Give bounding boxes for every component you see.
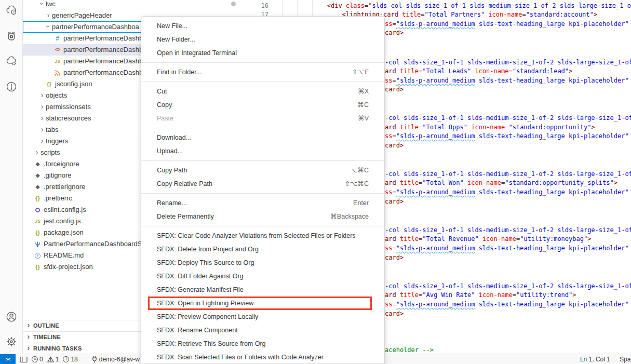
menu-item[interactable]: Copy⌘C [141,98,384,112]
menu-item[interactable]: Copy Relative Path⇧⌥⌘C [141,177,384,191]
code-line: card> [385,29,404,37]
org-button[interactable]: demo-6@av-w [91,356,140,363]
code-line: -col slds-size_1-of-1 slds-medium-size_1… [385,114,631,123]
cloud-question-icon[interactable]: ? [5,4,18,17]
menu-item[interactable]: SFDX: Preview Component Locally [141,310,384,323]
cloud-code-icon[interactable] [5,55,18,68]
menu-item-label: Copy Relative Path [157,177,345,191]
code-line: card> [385,141,404,150]
tree-item-label: package.json [44,227,84,238]
menu-item[interactable]: Delete Permanently⌘Backspace [141,210,384,223]
tree-item-label: partnerPerformanceDashboa [52,21,139,33]
settings-gear-icon[interactable] [5,335,18,348]
tree-item-label: .prettierrc [44,193,72,204]
menu-item[interactable]: SFDX: Generate Manifest File [141,283,384,296]
menu-item-label: SFDX: Scan Selected Files or Folders wit… [157,350,369,364]
menu-separator [141,125,384,131]
tree-item-label: partnerPerformanceDashbo [63,33,146,44]
chevron-down-icon: › [36,0,48,7]
tree-item-label: eslint.config.js [44,204,86,215]
tree-item-label: objects [46,90,67,101]
menu-item-keybinding: ⇧⌥F [352,65,369,79]
menu-item[interactable]: SFDX: Scan Selected Files or Folders wit… [141,350,384,364]
chevron-right-icon: › [25,331,32,342]
tree-item-label: triggers [46,136,68,147]
activity-bar: ? [0,0,23,354]
remote-icon: >< [6,357,10,362]
agentforce-icon[interactable] [5,30,18,43]
menu-item-label: SFDX: Rename Component [157,323,369,337]
highlight-callout [148,296,372,310]
menu-item-label: SFDX: Delete from Project and Org [157,242,369,256]
tree-folder-item[interactable]: ›lwc [23,0,249,10]
menu-item[interactable]: New Folder... [141,33,384,46]
menu-item[interactable]: SFDX: Rename Component [141,323,384,337]
problems-button[interactable]: × 0 1 i 18 [32,356,78,363]
tree-item-label: staticresources [46,113,91,124]
menu-item[interactable]: SFDX: Retrieve This Source from Org [141,337,384,350]
tree-item-label: partnerPerformanceDashbo [63,44,146,56]
indent-guide [48,33,48,78]
package-file-icon [33,240,42,248]
menu-item-label: Find in Folder... [157,65,352,79]
indent-setting[interactable]: Space [620,356,631,363]
menu-item[interactable]: SFDX: Delete from Project and Org [141,242,384,256]
menu-item-label: SFDX: Preview Component Locally [157,310,369,323]
info-icon: i [63,356,69,362]
menu-item[interactable]: Cut⌘X [141,85,384,98]
ignore-file-icon: ◆ [33,171,42,180]
tree-item-label: .forceignore [44,158,79,170]
menu-item[interactable]: Open in Integrated Terminal [141,46,384,60]
menu-item[interactable]: Find in Folder...⇧⌥F [141,65,384,79]
tree-item-label: .gitignore [44,170,71,181]
problem-circle-icon[interactable] [5,80,18,93]
menu-separator [141,191,384,196]
menu-item[interactable]: Download... [141,131,384,144]
menu-item[interactable]: Upload... [141,144,384,158]
menu-item[interactable]: SFDX: Diff Folder Against Org [141,269,384,283]
cursor-position[interactable]: Ln 1, Col 1 [580,356,610,363]
menu-item-label: Delete Permanently [157,210,330,223]
account-icon[interactable] [5,311,18,323]
tree-item-label: partnerPerformanceDashbo [63,56,146,67]
context-menu: New File...New Folder...Open in Integrat… [141,16,385,364]
menu-item-label: Paste [157,112,358,125]
ignore-file-icon: ◆ [33,183,42,191]
menu-item-label: New Folder... [157,33,369,46]
org-name: demo-6@av-w [99,356,140,363]
menu-item-keybinding: ⇧⌥⌘C [345,177,369,191]
error-count: 0 [39,356,43,363]
menu-item[interactable]: Copy Path⌥⌘C [141,164,384,177]
chevron-down-icon: › [43,23,54,30]
layout-button[interactable] [20,356,28,363]
section-label: TIMELINE [33,332,61,343]
chevron-right-icon: › [38,112,46,124]
menu-item[interactable]: SFDX: Deploy This Source to Org [141,256,384,269]
eslint-file-icon [33,206,42,214]
menu-item[interactable]: New File... [141,19,384,33]
menu-item-label: Rename... [157,196,353,210]
json-file-icon: {} [33,194,42,203]
menu-item-label: Open in Integrated Terminal [157,46,369,60]
tree-item-label: PartnerPerformanceDashboardS [44,238,142,250]
code-line: ss="slds-p-around_medium slds-text-headi… [385,300,629,309]
menu-item[interactable]: SFDX: Clear Code Analyzer Violations fro… [141,229,384,242]
code-line: <div class="slds-col slds-size_1-of-1 sl… [282,2,631,10]
chevron-right-icon: › [45,9,52,21]
chevron-right-icon: › [38,89,46,101]
menu-item[interactable]: Rename...Enter [141,196,384,210]
tree-item-label: jest.config.js [44,215,81,227]
js-file-icon: JS [53,57,62,65]
line-number: 16 [249,2,268,10]
menu-item-label: Copy Path [157,164,350,177]
code-line: -col slds-size_1-of-1 slds-medium-size_1… [385,282,631,291]
readme-info-icon: i [33,251,42,260]
menu-item-label: SFDX: Clear Code Analyzer Violations fro… [157,229,369,242]
code-line: ss="slds-p-around_medium slds-text-headi… [385,244,629,253]
menu-item: Paste⌘V [141,112,384,125]
menu-item-label: Copy [157,98,357,112]
remote-indicator[interactable]: >< [0,354,16,364]
menu-separator [141,223,384,229]
code-line: aceholder --> [385,346,434,354]
menu-item-label: Cut [157,85,358,98]
